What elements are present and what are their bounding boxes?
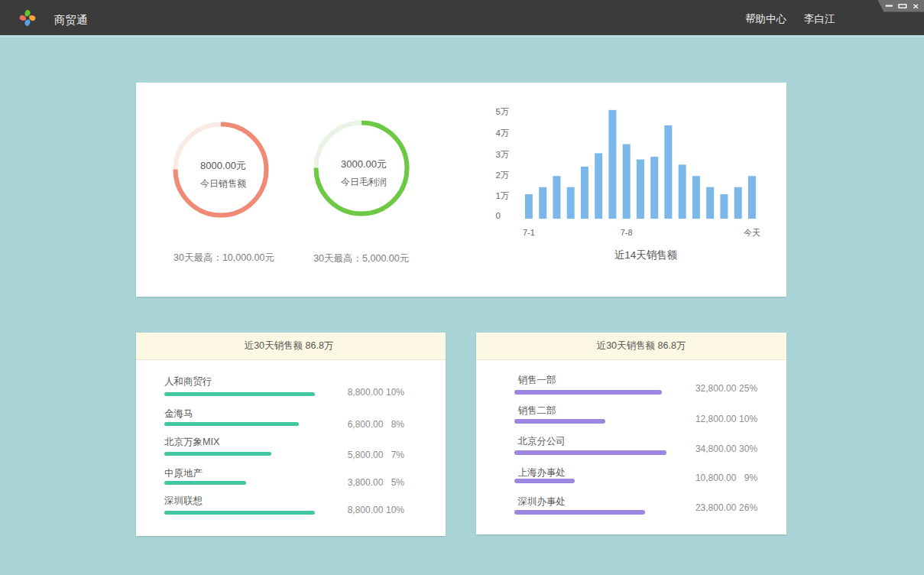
svg-text:2万: 2万 xyxy=(496,171,510,180)
svg-text:4万: 4万 xyxy=(496,128,510,138)
svg-text:1万: 1万 xyxy=(496,191,510,200)
svg-text:3万: 3万 xyxy=(496,150,510,159)
svg-text:5万: 5万 xyxy=(496,107,510,116)
svg-text:7-8: 7-8 xyxy=(621,228,633,237)
svg-text:0: 0 xyxy=(496,211,501,220)
svg-text:7-1: 7-1 xyxy=(523,228,535,237)
svg-text:近14天销售额: 近14天销售额 xyxy=(614,249,678,261)
svg-text:今天: 今天 xyxy=(744,228,760,237)
